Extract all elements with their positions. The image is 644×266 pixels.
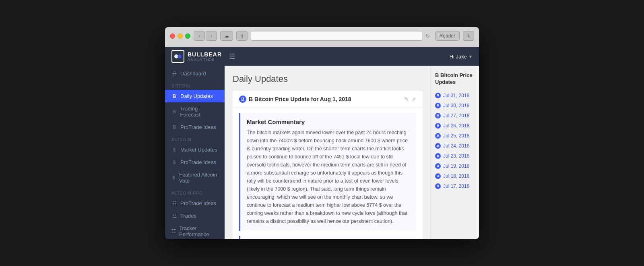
- sidebar-featured-altcoin-label: Featured Altcoin Vote: [179, 172, 218, 184]
- market-commentary-heading: Market Commentary: [247, 118, 410, 125]
- market-commentary-section: Market Commentary The bitcoin markets ag…: [239, 113, 416, 231]
- share-button[interactable]: ⇧: [236, 31, 248, 41]
- date-label: Jul 25, 2018: [443, 133, 469, 139]
- sidebar-trades-label: Trades: [180, 213, 196, 219]
- svg-point-2: [178, 54, 182, 58]
- traffic-lights: [170, 33, 190, 39]
- address-bar-wrapper: ↻: [251, 31, 432, 41]
- sidebar-item-daily-updates[interactable]: B Daily Updates: [165, 90, 225, 102]
- sidebar-protrade-alt-label: ProTrade Ideas: [180, 159, 216, 165]
- date-list-item[interactable]: BJul 23, 2018: [435, 151, 475, 161]
- cloud-button[interactable]: ☁: [220, 31, 233, 41]
- sidebar-item-protrade-pro[interactable]: ☷ ProTrade Ideas: [165, 197, 225, 210]
- sidebar-item-trading-forecast[interactable]: B Trading Forecast: [165, 102, 225, 121]
- logo-text: BULLBEAR: [188, 51, 222, 58]
- logo-icon: [171, 50, 184, 63]
- bitcoin-date-icon: B: [435, 93, 441, 98]
- sidebar-item-protrade-alt[interactable]: $ ProTrade Ideas: [165, 156, 225, 168]
- user-greeting[interactable]: Hi Jake ▼: [450, 54, 473, 60]
- hamburger-button[interactable]: ☰: [229, 52, 235, 61]
- back-button[interactable]: ‹: [194, 31, 205, 41]
- maximize-button[interactable]: [185, 33, 190, 39]
- article-card: B B Bitcoin Price Update for Aug 1, 2018…: [233, 91, 423, 239]
- close-button[interactable]: [170, 33, 175, 39]
- minimize-button[interactable]: [178, 33, 183, 39]
- date-label: Jul 26, 2018: [443, 123, 469, 129]
- browser-window: ‹ › ☁ ⇧ ↻ Reader ⇓: [165, 27, 479, 239]
- pro-icon-protrade: ☷: [171, 201, 177, 206]
- article-actions: ✎ ↗: [404, 96, 416, 102]
- date-list-item[interactable]: BJul 30, 2018: [435, 101, 475, 111]
- main-content: Daily Updates B B Bitcoin Price Update f…: [225, 66, 431, 239]
- date-label: Jul 24, 2018: [443, 143, 469, 149]
- sidebar-section-bitcoin: BITCOIN: [165, 80, 225, 90]
- article-header-title: B B Bitcoin Price Update for Aug 1, 2018: [239, 96, 351, 103]
- bitcoin-icon-protrade: B: [171, 125, 177, 130]
- altcoin-icon-market: $: [171, 147, 177, 153]
- date-list-item[interactable]: BJul 27, 2018: [435, 111, 475, 121]
- reader-button[interactable]: Reader: [435, 31, 460, 41]
- sidebar-item-trades[interactable]: ☷ Trades: [165, 210, 225, 222]
- logo-area: BULLBEAR ANALYTICS ☰: [171, 50, 235, 63]
- page-title: Daily Updates: [233, 74, 423, 84]
- address-input[interactable]: [251, 31, 422, 41]
- bitcoin-date-icon: B: [435, 123, 441, 129]
- logo-sub: ANALYTICS: [188, 58, 222, 62]
- date-label: Jul 23, 2018: [443, 153, 469, 159]
- sidebar-market-updates-label: Market Updates: [180, 147, 217, 153]
- sidebar-item-dashboard[interactable]: ☶ Dashboard: [165, 67, 225, 80]
- date-label: Jul 31, 2018: [443, 93, 469, 98]
- sidebar-item-market-updates[interactable]: $ Market Updates: [165, 143, 225, 156]
- pro-icon-trades: ☷: [171, 213, 177, 219]
- bitcoin-date-icon: B: [435, 183, 441, 189]
- date-label: Jul 17, 2018: [443, 183, 469, 189]
- date-label: Jul 27, 2018: [443, 113, 469, 118]
- logo-text-block: BULLBEAR ANALYTICS: [188, 51, 222, 62]
- sidebar-item-protrade-btc[interactable]: B ProTrade Ideas: [165, 121, 225, 133]
- date-label: Jul 19, 2018: [443, 163, 469, 169]
- nav-buttons: ‹ ›: [194, 31, 217, 41]
- greeting-text: Hi Jake: [450, 54, 467, 60]
- date-list-item[interactable]: BJul 18, 2018: [435, 171, 475, 181]
- edit-icon[interactable]: ✎: [404, 96, 409, 102]
- date-label: Jul 30, 2018: [443, 103, 469, 108]
- right-panel: B Bitcoin Price Updates BJul 31, 2018BJu…: [431, 66, 479, 239]
- panel-title: B Bitcoin Price Updates: [435, 72, 475, 86]
- bitcoin-date-icon: B: [435, 153, 441, 159]
- article-header: B B Bitcoin Price Update for Aug 1, 2018…: [233, 91, 423, 108]
- browser-top-bar: ‹ › ☁ ⇧ ↻ Reader ⇓: [170, 31, 474, 41]
- refresh-button[interactable]: ↻: [424, 32, 432, 40]
- date-list-item[interactable]: BJul 25, 2018: [435, 131, 475, 141]
- content-area: Daily Updates B B Bitcoin Price Update f…: [225, 66, 479, 239]
- date-list-item[interactable]: BJul 19, 2018: [435, 161, 475, 171]
- bitcoin-icon-forecast: B: [171, 109, 177, 114]
- bitcoin-date-icon: B: [435, 143, 441, 149]
- article-title-text: B Bitcoin Price Update for Aug 1, 2018: [249, 96, 351, 102]
- sidebar-item-featured-altcoin[interactable]: $ Featured Altcoin Vote: [165, 168, 225, 187]
- sidebar-daily-updates-label: Daily Updates: [180, 93, 213, 99]
- main-layout: ☶ Dashboard BITCOIN B Daily Updates B Tr…: [165, 66, 479, 239]
- sidebar-section-altcoin-pro: ALTCOIN PRO: [165, 187, 225, 197]
- date-list-item[interactable]: BJul 31, 2018: [435, 91, 475, 101]
- date-list-item[interactable]: BJul 24, 2018: [435, 141, 475, 151]
- forward-button[interactable]: ›: [206, 31, 217, 41]
- sidebar-dashboard-label: Dashboard: [180, 71, 206, 77]
- altcoin-icon-vote: $: [171, 175, 176, 181]
- sidebar-protrade-btc-label: ProTrade Ideas: [180, 124, 216, 130]
- top-nav: BULLBEAR ANALYTICS ☰ Hi Jake ▼: [165, 47, 479, 66]
- market-commentary-text: The bitcoin markets again moved lower ov…: [247, 129, 410, 225]
- sidebar-trading-forecast-label: Trading Forecast: [180, 106, 218, 118]
- sidebar-item-tracker[interactable]: ☷ Tracker Performance: [165, 222, 225, 239]
- pro-icon-tracker: ☷: [171, 229, 176, 234]
- bitcoin-date-icon: B: [435, 103, 441, 108]
- download-button[interactable]: ⇓: [463, 31, 474, 41]
- date-label: Jul 18, 2018: [443, 173, 469, 179]
- share-article-icon[interactable]: ↗: [411, 96, 416, 102]
- app-container: BULLBEAR ANALYTICS ☰ Hi Jake ▼ ☶ Dashboa…: [165, 47, 479, 239]
- dashboard-icon: ☶: [171, 71, 177, 77]
- bitcoin-date-icon: B: [435, 163, 441, 169]
- date-list-item[interactable]: BJul 17, 2018: [435, 181, 475, 191]
- bitcoin-date-icon: B: [435, 173, 441, 179]
- date-list-item[interactable]: BJul 26, 2018: [435, 121, 475, 131]
- sidebar-tracker-label: Tracker Performance: [179, 225, 218, 237]
